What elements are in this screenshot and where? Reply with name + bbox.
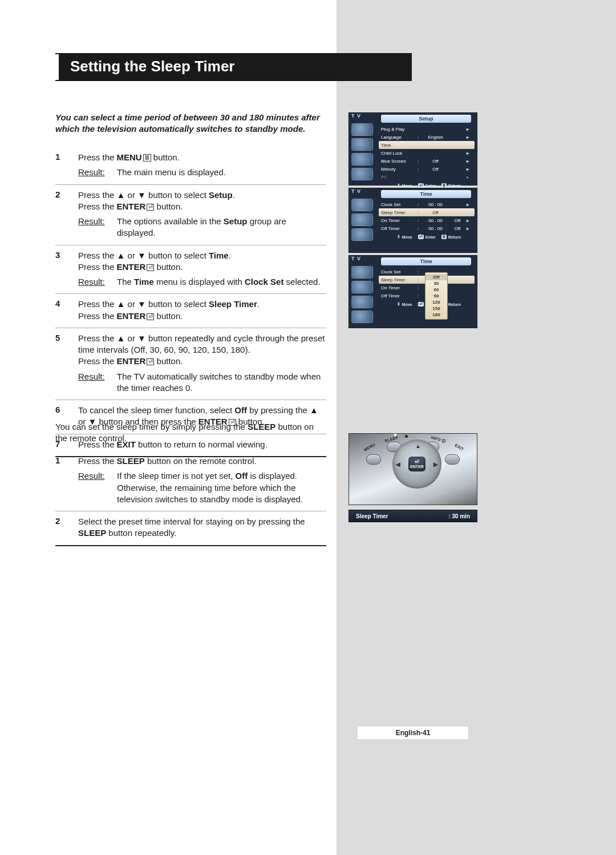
menu-icon: Ⅲ bbox=[143, 154, 151, 162]
osd-icon bbox=[351, 310, 373, 323]
osd-title: Time bbox=[381, 190, 471, 198]
step-body: Press the ▲ or ▼ button to select Time. … bbox=[78, 250, 326, 288]
osd-row-label: Sleep Timer bbox=[381, 277, 414, 283]
osd-row-value: English bbox=[423, 135, 448, 140]
text: button repeatedly. bbox=[106, 528, 176, 538]
result-label: Result: bbox=[78, 371, 107, 394]
osd-row-value: Off bbox=[423, 167, 448, 172]
move-icon: ⇕ bbox=[397, 183, 400, 188]
osd-row: On Timer:00 : 00Off▸ bbox=[381, 216, 472, 224]
osd-row-extra: Off bbox=[451, 218, 464, 223]
osd-row-label: On Timer bbox=[381, 285, 414, 291]
intro-text: You can select a time period of between … bbox=[55, 112, 326, 135]
page-number: English-41 bbox=[358, 727, 468, 739]
popup-option: 60 bbox=[425, 287, 447, 293]
osd-row-colon: : bbox=[416, 226, 420, 231]
step-number: 2 bbox=[55, 516, 66, 539]
result-text: The TV automatically switches to standby… bbox=[117, 371, 326, 394]
hint-move: Move bbox=[402, 303, 412, 306]
text: button. bbox=[154, 356, 183, 366]
dpad-up-icon: ▲ bbox=[415, 443, 421, 449]
off-label: Off bbox=[234, 405, 247, 415]
remote-dpad[interactable]: ▲ ◀ ▶ ⏎ ENTER bbox=[392, 439, 441, 489]
osd-time-popup: T V Time Clock Set:Sleep Timer:On Timer:… bbox=[348, 255, 477, 328]
hint-enter: Enter bbox=[425, 235, 436, 239]
osd-row: Off Timer:00 : 00Off▸ bbox=[381, 224, 472, 232]
enter-label: ENTER bbox=[117, 356, 146, 366]
sleeptimer-label: Sleep Timer bbox=[209, 299, 257, 309]
osd-icon bbox=[351, 199, 373, 211]
text: If the sleep timer is not yet set, bbox=[117, 471, 236, 481]
osd-row-label: Child Lock bbox=[381, 151, 414, 156]
enter-icon: ⏎ bbox=[418, 302, 424, 306]
text: selected. bbox=[283, 277, 320, 287]
setup-label: Setup bbox=[224, 216, 248, 226]
tv-badge: T V bbox=[351, 113, 361, 119]
text: Press the bbox=[78, 456, 117, 466]
chevron-right-icon: ▸ bbox=[467, 202, 472, 207]
osd-row-label: Melody bbox=[381, 167, 414, 172]
step-number: 4 bbox=[55, 299, 66, 322]
osd-row: Melody:Off▸ bbox=[381, 165, 472, 173]
enter-icon: ⏎ bbox=[418, 235, 424, 239]
osd-row-label: Off Timer bbox=[381, 293, 414, 299]
osd-row-extra: Off bbox=[451, 226, 464, 231]
osd-row-label: On Timer bbox=[381, 218, 414, 223]
step-3: 3 Press the ▲ or ▼ button to select Time… bbox=[55, 245, 326, 295]
osd-row-label: Language bbox=[381, 135, 414, 140]
osd-row-value: Off bbox=[423, 210, 448, 215]
page-title: Setting the Sleep Timer bbox=[55, 54, 412, 80]
osd-row: Sleep Timer:Off▸ bbox=[379, 208, 475, 216]
osd-row: Plug & Play▸ bbox=[381, 125, 472, 133]
popup-option: 30 bbox=[425, 280, 447, 287]
step-body: Press the MENUⅢ button. Result: The main… bbox=[78, 152, 326, 179]
text: The bbox=[117, 277, 134, 287]
osd-row: Blue Screen:Off▸ bbox=[381, 157, 472, 165]
sleep-label: SLEEP bbox=[117, 456, 145, 466]
osd-status-bar: Sleep Timer : 30 min bbox=[348, 510, 477, 522]
osd-row-colon: : bbox=[416, 210, 420, 215]
chevron-right-icon: ▸ bbox=[467, 159, 472, 164]
return-icon: Ⅲ bbox=[441, 235, 447, 239]
step-number: 5 bbox=[55, 333, 66, 394]
chevron-right-icon: ▸ bbox=[467, 135, 472, 140]
enter-icon: ⏎ bbox=[415, 459, 419, 465]
text: button on the remote control. bbox=[145, 456, 257, 466]
result-text: The options available in the Setup group… bbox=[117, 216, 326, 239]
osd-popup-values: Off306090120150180 bbox=[425, 272, 448, 320]
chevron-right-icon: ▸ bbox=[467, 127, 472, 132]
step-body: Select the preset time interval for stay… bbox=[78, 516, 326, 539]
osd-title: Setup bbox=[381, 115, 471, 123]
enter-icon: ⏎ bbox=[418, 183, 424, 188]
result-text: The Time menu is displayed with Clock Se… bbox=[117, 276, 326, 288]
step-body: Press the ▲ or ▼ button repeatedly and c… bbox=[78, 333, 326, 394]
remote-btn-enter[interactable]: ⏎ ENTER bbox=[408, 457, 425, 471]
remote-btn-menu[interactable] bbox=[366, 454, 381, 465]
step-number: 1 bbox=[55, 455, 66, 505]
osd-row-label: Clock Set bbox=[381, 202, 414, 207]
osd-row-value: 00 : 00 bbox=[423, 226, 448, 231]
enter-label: ENTER bbox=[117, 311, 146, 321]
text: Press the ▲ or ▼ button to select bbox=[78, 251, 209, 260]
text: button. bbox=[154, 201, 183, 211]
text: Press the ▲ or ▼ button to select bbox=[78, 299, 209, 309]
osd-row-label: PC bbox=[381, 175, 414, 180]
remote-label-enter: ENTER bbox=[410, 465, 424, 469]
osd-row-label: Plug & Play bbox=[381, 127, 414, 132]
result-label: Result: bbox=[78, 276, 107, 288]
enter-label: ENTER bbox=[117, 201, 146, 211]
popup-option: 150 bbox=[425, 305, 447, 312]
chevron-right-icon: ▸ bbox=[467, 210, 472, 215]
remote-btn-exit[interactable] bbox=[445, 454, 460, 465]
menu-label: MENU bbox=[117, 152, 142, 162]
osd-row: Child Lock▸ bbox=[381, 149, 472, 157]
popup-option: 180 bbox=[425, 312, 447, 318]
hint-return: Return bbox=[448, 303, 461, 306]
text: Press the bbox=[78, 152, 117, 162]
text: Press the ▲ or ▼ button repeatedly and c… bbox=[78, 333, 326, 356]
remote-control: MENU SLEEP INFO ⊡ EXIT ▲ ◀ ▶ ⏎ ENTER bbox=[348, 433, 477, 505]
osd-row-label: Clock Set bbox=[381, 269, 414, 275]
enter-icon: ⏎ bbox=[147, 313, 154, 320]
osd-row: PC▸ bbox=[381, 173, 472, 181]
hint-move: Move bbox=[402, 184, 412, 188]
